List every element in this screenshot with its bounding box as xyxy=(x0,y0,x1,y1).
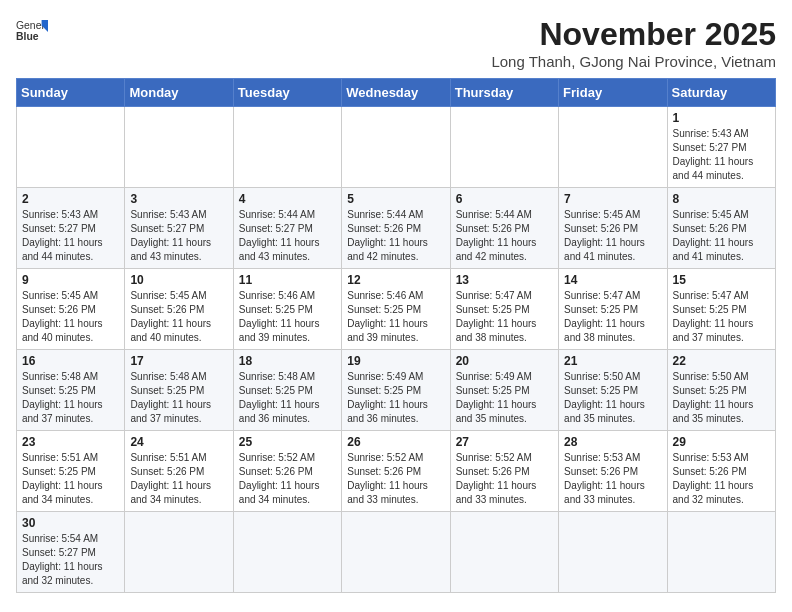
cell-daylight-info: Sunrise: 5:51 AM Sunset: 5:25 PM Dayligh… xyxy=(22,451,119,507)
cell-date-number: 18 xyxy=(239,354,336,368)
cell-date-number: 23 xyxy=(22,435,119,449)
cell-date-number: 24 xyxy=(130,435,227,449)
table-row: 21Sunrise: 5:50 AM Sunset: 5:25 PM Dayli… xyxy=(559,350,667,431)
cell-daylight-info: Sunrise: 5:46 AM Sunset: 5:25 PM Dayligh… xyxy=(239,289,336,345)
table-row xyxy=(233,512,341,593)
cell-date-number: 28 xyxy=(564,435,661,449)
calendar-week-row: 2Sunrise: 5:43 AM Sunset: 5:27 PM Daylig… xyxy=(17,188,776,269)
table-row xyxy=(667,512,775,593)
cell-date-number: 13 xyxy=(456,273,553,287)
table-row: 15Sunrise: 5:47 AM Sunset: 5:25 PM Dayli… xyxy=(667,269,775,350)
cell-date-number: 22 xyxy=(673,354,770,368)
cell-daylight-info: Sunrise: 5:43 AM Sunset: 5:27 PM Dayligh… xyxy=(130,208,227,264)
cell-date-number: 7 xyxy=(564,192,661,206)
cell-date-number: 2 xyxy=(22,192,119,206)
header-wednesday: Wednesday xyxy=(342,79,450,107)
table-row xyxy=(342,512,450,593)
calendar-week-row: 9Sunrise: 5:45 AM Sunset: 5:26 PM Daylig… xyxy=(17,269,776,350)
cell-daylight-info: Sunrise: 5:43 AM Sunset: 5:27 PM Dayligh… xyxy=(22,208,119,264)
table-row xyxy=(125,107,233,188)
location-subtitle: Long Thanh, GJong Nai Province, Vietnam xyxy=(491,53,776,70)
cell-daylight-info: Sunrise: 5:54 AM Sunset: 5:27 PM Dayligh… xyxy=(22,532,119,588)
table-row: 28Sunrise: 5:53 AM Sunset: 5:26 PM Dayli… xyxy=(559,431,667,512)
table-row: 11Sunrise: 5:46 AM Sunset: 5:25 PM Dayli… xyxy=(233,269,341,350)
table-row: 10Sunrise: 5:45 AM Sunset: 5:26 PM Dayli… xyxy=(125,269,233,350)
cell-daylight-info: Sunrise: 5:48 AM Sunset: 5:25 PM Dayligh… xyxy=(22,370,119,426)
cell-daylight-info: Sunrise: 5:43 AM Sunset: 5:27 PM Dayligh… xyxy=(673,127,770,183)
table-row: 20Sunrise: 5:49 AM Sunset: 5:25 PM Dayli… xyxy=(450,350,558,431)
cell-daylight-info: Sunrise: 5:45 AM Sunset: 5:26 PM Dayligh… xyxy=(564,208,661,264)
calendar-week-row: 23Sunrise: 5:51 AM Sunset: 5:25 PM Dayli… xyxy=(17,431,776,512)
table-row: 16Sunrise: 5:48 AM Sunset: 5:25 PM Dayli… xyxy=(17,350,125,431)
table-row: 12Sunrise: 5:46 AM Sunset: 5:25 PM Dayli… xyxy=(342,269,450,350)
cell-daylight-info: Sunrise: 5:47 AM Sunset: 5:25 PM Dayligh… xyxy=(456,289,553,345)
cell-date-number: 27 xyxy=(456,435,553,449)
cell-daylight-info: Sunrise: 5:49 AM Sunset: 5:25 PM Dayligh… xyxy=(347,370,444,426)
table-row: 2Sunrise: 5:43 AM Sunset: 5:27 PM Daylig… xyxy=(17,188,125,269)
header-saturday: Saturday xyxy=(667,79,775,107)
cell-daylight-info: Sunrise: 5:45 AM Sunset: 5:26 PM Dayligh… xyxy=(130,289,227,345)
header-thursday: Thursday xyxy=(450,79,558,107)
cell-date-number: 8 xyxy=(673,192,770,206)
table-row: 24Sunrise: 5:51 AM Sunset: 5:26 PM Dayli… xyxy=(125,431,233,512)
table-row: 23Sunrise: 5:51 AM Sunset: 5:25 PM Dayli… xyxy=(17,431,125,512)
title-area: November 2025 Long Thanh, GJong Nai Prov… xyxy=(491,16,776,70)
cell-date-number: 6 xyxy=(456,192,553,206)
table-row xyxy=(125,512,233,593)
cell-daylight-info: Sunrise: 5:50 AM Sunset: 5:25 PM Dayligh… xyxy=(564,370,661,426)
table-row: 17Sunrise: 5:48 AM Sunset: 5:25 PM Dayli… xyxy=(125,350,233,431)
table-row: 18Sunrise: 5:48 AM Sunset: 5:25 PM Dayli… xyxy=(233,350,341,431)
cell-daylight-info: Sunrise: 5:53 AM Sunset: 5:26 PM Dayligh… xyxy=(673,451,770,507)
cell-daylight-info: Sunrise: 5:47 AM Sunset: 5:25 PM Dayligh… xyxy=(564,289,661,345)
header-monday: Monday xyxy=(125,79,233,107)
cell-date-number: 1 xyxy=(673,111,770,125)
cell-date-number: 16 xyxy=(22,354,119,368)
table-row xyxy=(559,107,667,188)
table-row: 1Sunrise: 5:43 AM Sunset: 5:27 PM Daylig… xyxy=(667,107,775,188)
table-row: 4Sunrise: 5:44 AM Sunset: 5:27 PM Daylig… xyxy=(233,188,341,269)
calendar-week-row: 1Sunrise: 5:43 AM Sunset: 5:27 PM Daylig… xyxy=(17,107,776,188)
cell-daylight-info: Sunrise: 5:46 AM Sunset: 5:25 PM Dayligh… xyxy=(347,289,444,345)
cell-date-number: 9 xyxy=(22,273,119,287)
table-row: 29Sunrise: 5:53 AM Sunset: 5:26 PM Dayli… xyxy=(667,431,775,512)
table-row: 8Sunrise: 5:45 AM Sunset: 5:26 PM Daylig… xyxy=(667,188,775,269)
table-row: 25Sunrise: 5:52 AM Sunset: 5:26 PM Dayli… xyxy=(233,431,341,512)
table-row xyxy=(342,107,450,188)
cell-daylight-info: Sunrise: 5:48 AM Sunset: 5:25 PM Dayligh… xyxy=(130,370,227,426)
cell-date-number: 12 xyxy=(347,273,444,287)
cell-date-number: 30 xyxy=(22,516,119,530)
cell-date-number: 11 xyxy=(239,273,336,287)
cell-daylight-info: Sunrise: 5:52 AM Sunset: 5:26 PM Dayligh… xyxy=(347,451,444,507)
cell-daylight-info: Sunrise: 5:44 AM Sunset: 5:27 PM Dayligh… xyxy=(239,208,336,264)
cell-date-number: 14 xyxy=(564,273,661,287)
table-row xyxy=(559,512,667,593)
cell-daylight-info: Sunrise: 5:53 AM Sunset: 5:26 PM Dayligh… xyxy=(564,451,661,507)
cell-date-number: 15 xyxy=(673,273,770,287)
cell-date-number: 17 xyxy=(130,354,227,368)
cell-date-number: 10 xyxy=(130,273,227,287)
table-row: 26Sunrise: 5:52 AM Sunset: 5:26 PM Dayli… xyxy=(342,431,450,512)
month-title: November 2025 xyxy=(491,16,776,53)
page-container: General Blue November 2025 Long Thanh, G… xyxy=(16,16,776,593)
table-row xyxy=(450,512,558,593)
table-row xyxy=(233,107,341,188)
calendar-table: Sunday Monday Tuesday Wednesday Thursday… xyxy=(16,78,776,593)
table-row: 14Sunrise: 5:47 AM Sunset: 5:25 PM Dayli… xyxy=(559,269,667,350)
cell-daylight-info: Sunrise: 5:49 AM Sunset: 5:25 PM Dayligh… xyxy=(456,370,553,426)
cell-daylight-info: Sunrise: 5:45 AM Sunset: 5:26 PM Dayligh… xyxy=(22,289,119,345)
cell-date-number: 5 xyxy=(347,192,444,206)
table-row: 27Sunrise: 5:52 AM Sunset: 5:26 PM Dayli… xyxy=(450,431,558,512)
cell-date-number: 21 xyxy=(564,354,661,368)
cell-date-number: 25 xyxy=(239,435,336,449)
cell-date-number: 26 xyxy=(347,435,444,449)
cell-daylight-info: Sunrise: 5:47 AM Sunset: 5:25 PM Dayligh… xyxy=(673,289,770,345)
header-friday: Friday xyxy=(559,79,667,107)
table-row: 13Sunrise: 5:47 AM Sunset: 5:25 PM Dayli… xyxy=(450,269,558,350)
logo-icon: General Blue xyxy=(16,16,48,48)
table-row: 22Sunrise: 5:50 AM Sunset: 5:25 PM Dayli… xyxy=(667,350,775,431)
svg-text:Blue: Blue xyxy=(16,31,39,42)
table-row xyxy=(450,107,558,188)
cell-daylight-info: Sunrise: 5:48 AM Sunset: 5:25 PM Dayligh… xyxy=(239,370,336,426)
logo: General Blue xyxy=(16,16,48,48)
cell-date-number: 20 xyxy=(456,354,553,368)
